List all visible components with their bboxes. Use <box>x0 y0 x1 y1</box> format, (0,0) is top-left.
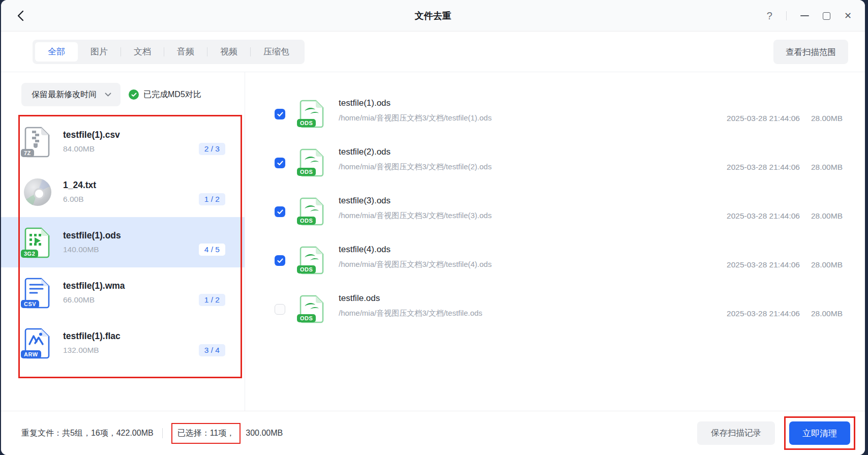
group-size: 84.00MB <box>63 144 120 154</box>
window-controls: ? ✕ <box>767 0 852 32</box>
tab-all[interactable]: 全部 <box>35 42 78 62</box>
tab-documents[interactable]: 文档 <box>121 42 164 62</box>
view-scan-scope-button[interactable]: 查看扫描范围 <box>773 40 848 64</box>
tab-audio[interactable]: 音频 <box>164 42 207 62</box>
file-path: /home/mia/音视图压文档3/文档/testfile(4).ods <box>339 260 727 269</box>
file-row: ODS testfile(2).ods /home/mia/音视图压文档3/文档… <box>245 138 865 187</box>
group-name: testfile(1).csv <box>63 130 120 140</box>
group-info: testfile(1).flac 132.00MB <box>63 331 121 355</box>
group-name: testfile(1).wma <box>63 281 125 291</box>
file-size: 28.00MB <box>811 163 843 172</box>
file-row: ODS testfile(1).ods /home/mia/音视图压文档3/文档… <box>245 89 865 138</box>
file-path: /home/mia/音视图压文档3/文档/testfile(2).ods <box>339 162 727 172</box>
main-content: 保留最新修改时间 已完成MD5对比 <box>1 72 865 411</box>
group-row[interactable]: CSV testfile(1).wma 66.00MB 1 / 2 <box>1 267 245 318</box>
group-row[interactable]: 7Z testfile(1).csv 84.00MB 2 / 3 <box>1 116 245 167</box>
filter-header: 全部 图片 文档 音频 视频 压缩包 查看扫描范围 <box>1 32 865 72</box>
file-name: testfile.ods <box>339 293 727 304</box>
close-icon[interactable]: ✕ <box>844 11 852 20</box>
tab-archives[interactable]: 压缩包 <box>251 42 302 62</box>
checkbox-checked[interactable] <box>275 158 285 168</box>
file-info: testfile(4).ods /home/mia/音视图压文档3/文档/tes… <box>339 245 727 269</box>
file-list-panel: ODS testfile(1).ods /home/mia/音视图压文档3/文档… <box>245 72 865 411</box>
disc-file-icon <box>23 176 52 208</box>
file-type-badge: ODS <box>297 217 316 225</box>
image-file-icon: ARW <box>23 327 52 359</box>
keep-rule-dropdown[interactable]: 保留最新修改时间 <box>21 83 121 106</box>
annotation-box-selected-count: 已选择：11项， <box>171 423 241 444</box>
file-path: /home/mia/音视图压文档3/文档/testfile(3).ods <box>339 211 727 221</box>
check-circle-icon <box>129 89 139 100</box>
file-name: testfile(1).ods <box>339 98 727 108</box>
file-meta: 2025-03-28 21:44:06 28.00MB <box>727 114 843 123</box>
selected-count-label: 已选择：11项， <box>177 429 235 437</box>
file-row: ODS testfile.ods /home/mia/音视图压文档3/文档/te… <box>245 285 865 333</box>
file-size: 28.00MB <box>811 211 843 221</box>
file-row: ODS testfile(3).ods /home/mia/音视图压文档3/文档… <box>245 187 865 236</box>
selected-size: 300.00MB <box>246 429 283 438</box>
clean-now-button[interactable]: 立即清理 <box>789 421 850 445</box>
ods-file-icon: ODS <box>299 99 325 129</box>
file-type-tabs: 全部 图片 文档 音频 视频 压缩包 <box>33 40 305 64</box>
help-icon[interactable]: ? <box>767 10 772 22</box>
group-info: testfile(1).ods 140.00MB <box>63 230 121 254</box>
file-date: 2025-03-28 21:44:06 <box>727 260 800 269</box>
group-row-selected[interactable]: 3G2 testfile(1).ods 140.00MB 4 / 5 <box>1 217 245 267</box>
maximize-icon[interactable] <box>823 12 830 20</box>
ods-file-icon: ODS <box>299 148 325 177</box>
group-name: testfile(1).ods <box>63 230 121 241</box>
save-scan-record-button[interactable]: 保存扫描记录 <box>697 421 775 445</box>
file-type-badge: ODS <box>297 265 316 274</box>
file-type-badge: ODS <box>297 168 316 176</box>
file-info: testfile(2).ods /home/mia/音视图压文档3/文档/tes… <box>339 147 727 172</box>
checkbox-checked[interactable] <box>275 206 285 217</box>
file-date: 2025-03-28 21:44:06 <box>727 211 800 221</box>
file-type-badge: ODS <box>297 314 316 322</box>
group-row[interactable]: 1_24.txt 6.00B 1 / 2 <box>1 167 245 217</box>
annotation-box-clean-button: 立即清理 <box>784 416 855 450</box>
app-window: 文件去重 ? ✕ 全部 图片 文档 音频 视频 压缩包 查看扫描范围 <box>1 0 865 455</box>
file-date: 2025-03-28 21:44:06 <box>727 309 800 318</box>
group-count-badge: 1 / 2 <box>199 294 225 306</box>
group-count-badge: 3 / 4 <box>199 344 225 356</box>
file-info: testfile(1).ods /home/mia/音视图压文档3/文档/tes… <box>339 98 727 123</box>
ods-file-icon: ODS <box>299 197 325 226</box>
file-meta: 2025-03-28 21:44:06 28.00MB <box>727 211 843 221</box>
group-info: 1_24.txt 6.00B <box>63 180 96 204</box>
footer-bar: 重复文件：共5组，16项，422.00MB 已选择：11项， 300.00MB … <box>1 411 865 455</box>
group-size: 132.00MB <box>63 346 121 355</box>
file-info: testfile(3).ods /home/mia/音视图压文档3/文档/tes… <box>339 196 727 221</box>
file-name: testfile(4).ods <box>339 245 727 255</box>
media-file-icon: 3G2 <box>23 227 52 258</box>
file-type-badge: 3G2 <box>21 250 38 258</box>
checkbox-checked[interactable] <box>275 109 285 119</box>
file-size: 28.00MB <box>811 114 843 123</box>
page-title: 文件去重 <box>1 10 865 22</box>
group-size: 66.00MB <box>63 295 125 305</box>
file-date: 2025-03-28 21:44:06 <box>727 114 800 123</box>
file-size: 28.00MB <box>811 309 843 318</box>
duplicate-groups-panel: 保留最新修改时间 已完成MD5对比 <box>1 72 245 411</box>
titlebar-divider <box>786 11 787 20</box>
group-name: testfile(1).flac <box>63 331 121 342</box>
minimize-icon[interactable] <box>800 15 809 16</box>
ods-file-icon: ODS <box>299 246 325 275</box>
file-row: ODS testfile(4).ods /home/mia/音视图压文档3/文档… <box>245 236 865 285</box>
file-name: testfile(3).ods <box>339 196 727 206</box>
document-file-icon: CSV <box>23 277 52 309</box>
title-bar: 文件去重 ? ✕ <box>1 0 865 32</box>
checkbox-checked[interactable] <box>275 255 285 266</box>
tab-video[interactable]: 视频 <box>207 42 250 62</box>
group-info: testfile(1).csv 84.00MB <box>63 130 120 154</box>
keep-rule-label: 保留最新修改时间 <box>32 89 97 100</box>
group-size: 140.00MB <box>63 245 121 254</box>
file-size: 28.00MB <box>811 260 843 269</box>
md5-status-label: 已完成MD5对比 <box>143 89 201 100</box>
tab-images[interactable]: 图片 <box>78 42 121 62</box>
group-row[interactable]: ARW testfile(1).flac 132.00MB 3 / 4 <box>1 318 245 368</box>
chevron-down-icon <box>105 93 111 97</box>
archive-file-icon: 7Z <box>23 126 52 158</box>
checkbox-unchecked[interactable] <box>275 304 285 315</box>
file-path: /home/mia/音视图压文档3/文档/testfile(1).ods <box>339 113 727 123</box>
file-meta: 2025-03-28 21:44:06 28.00MB <box>727 309 843 318</box>
